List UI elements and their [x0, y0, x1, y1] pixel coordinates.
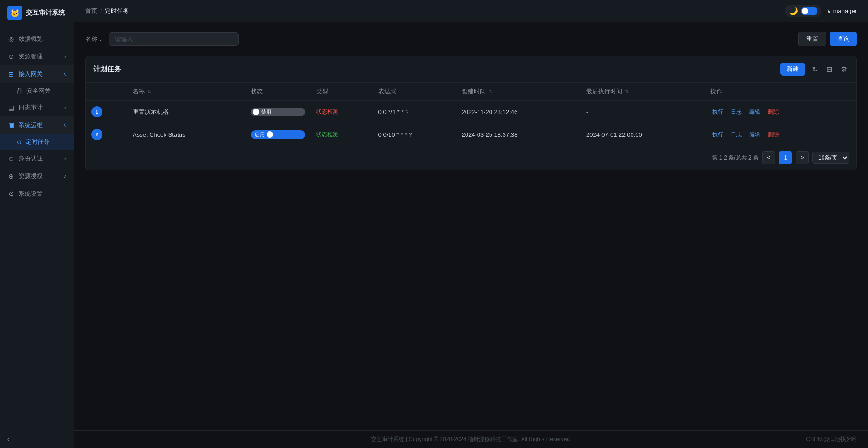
status-toggle-disabled[interactable]: 禁用	[251, 108, 305, 116]
search-label: 名称：	[85, 35, 103, 43]
row-num-cell: 1	[86, 101, 127, 123]
refresh-icon[interactable]: ↻	[810, 63, 820, 76]
pagination: 第 1-2 条/总共 2 条 < 1 > 10条/页	[86, 146, 856, 170]
sidebar-item-label: 定时任务	[26, 138, 50, 146]
chevron-down-icon: ∨	[63, 174, 66, 179]
sort-icon: ⇅	[489, 89, 492, 94]
row-name-cell: 重置演示机器	[127, 101, 245, 123]
row-expression-cell: 0 0/10 * * * ?	[373, 123, 456, 146]
resource-auth-icon: ⊕	[7, 173, 15, 180]
sidebar-item-label: 资源授权	[19, 172, 43, 180]
sidebar-item-data-overview[interactable]: ◎ 数据概览	[0, 30, 74, 48]
type-badge: 状态检测	[316, 109, 338, 115]
table-section: 计划任务 新建 ↻ ⊟ ⚙ 名称	[85, 56, 857, 170]
action-执行-button[interactable]: 执行	[710, 130, 725, 140]
status-toggle-enabled[interactable]: 启用	[251, 130, 305, 139]
th-created-at[interactable]: 创建时间 ⇅	[456, 83, 581, 101]
sort-icon: ⇅	[147, 89, 151, 94]
breadcrumb-home[interactable]: 首页	[85, 7, 97, 15]
theme-toggle[interactable]: 🌙	[785, 5, 821, 17]
sidebar-item-label: 系统运维	[19, 121, 43, 129]
action-编辑-button[interactable]: 编辑	[747, 107, 762, 117]
section-title: 计划任务	[93, 65, 121, 74]
copyright-text: 交互审计系统 | Copyright © 2020-2024 指针漂移科技工作室…	[371, 436, 572, 442]
gateway-icon: ⊟	[7, 70, 15, 78]
sidebar-item-label: 日志审计	[19, 103, 43, 112]
user-menu[interactable]: ∨ manager	[827, 7, 857, 14]
action-删除-button[interactable]: 删除	[766, 130, 781, 140]
row-name-cell: Asset Check Status	[127, 123, 245, 146]
row-num-cell: 2	[86, 123, 127, 146]
breadcrumb-separator: /	[100, 7, 102, 14]
chevron-down-icon: ∨	[827, 7, 831, 14]
search-input[interactable]	[109, 32, 239, 46]
toggle-dot	[267, 131, 273, 138]
table-actions: 新建 ↻ ⊟ ⚙	[780, 63, 849, 76]
sidebar-item-label: 数据概览	[19, 35, 43, 43]
reset-button[interactable]: 重置	[798, 32, 826, 46]
th-type: 类型	[311, 83, 373, 101]
sidebar-collapse-button[interactable]: ‹	[0, 430, 74, 448]
sidebar-item-label: 资源管理	[19, 52, 43, 61]
row-actions-cell: 执行日志编辑删除	[705, 101, 856, 123]
sidebar-item-label: 接入网关	[19, 70, 43, 78]
sidebar-item-resource-mgmt[interactable]: ⊙ 资源管理 ∨	[0, 48, 74, 65]
app-name: 交互审计系统	[26, 9, 65, 17]
action-执行-button[interactable]: 执行	[710, 107, 725, 117]
row-type-cell: 状态检测	[311, 123, 373, 146]
sidebar-item-log-audit[interactable]: ▦ 日志审计 ∨	[0, 99, 74, 116]
action-日志-button[interactable]: 日志	[729, 130, 744, 140]
table-header-row: 计划任务 新建 ↻ ⊟ ⚙	[86, 56, 856, 83]
sidebar-item-label: 安全网关	[26, 87, 51, 95]
page-size-select[interactable]: 10条/页	[812, 152, 849, 164]
row-created-at-cell: 2022-11-20 23:12:46	[456, 101, 581, 123]
query-button[interactable]: 查询	[830, 32, 857, 46]
header-right: 🌙 ∨ manager	[785, 5, 857, 17]
row-status-cell: 启用	[245, 123, 311, 146]
table-row: 2Asset Check Status启用状态检测0 0/10 * * * ?2…	[86, 123, 856, 146]
row-last-exec-cell: 2024-07-01 22:00:00	[581, 123, 705, 146]
row-actions-cell: 执行日志编辑删除	[705, 123, 856, 146]
action-删除-button[interactable]: 删除	[766, 107, 781, 117]
app-logo-icon: 🐱	[7, 6, 22, 20]
sidebar-item-resource-auth[interactable]: ⊕ 资源授权 ∨	[0, 167, 74, 185]
sidebar-item-sys-settings[interactable]: ⚙ 系统设置	[0, 185, 74, 203]
search-bar: 名称： 重置 查询	[85, 32, 857, 46]
row-number: 1	[91, 106, 102, 117]
th-num	[86, 83, 127, 101]
log-audit-icon: ▦	[7, 104, 15, 111]
sidebar-item-scheduled-task[interactable]: ⊙ 定时任务	[0, 134, 74, 150]
row-last-exec-cell: -	[581, 101, 705, 123]
chevron-down-icon: ∨	[63, 54, 66, 59]
identity-auth-icon: ☺	[7, 155, 15, 162]
chevron-up-icon: ∧	[63, 72, 66, 77]
row-created-at-cell: 2024-03-25 18:37:38	[456, 123, 581, 146]
footer: 交互审计系统 | Copyright © 2020-2024 指针漂移科技工作室…	[74, 430, 868, 448]
sidebar-item-sys-ops[interactable]: ▣ 系统运维 ∧	[0, 116, 74, 134]
collapse-icon: ‹	[7, 436, 9, 442]
logo-area: 🐱 交互审计系统	[0, 0, 74, 26]
sidebar: 🐱 交互审计系统 ◎ 数据概览 ⊙ 资源管理 ∨ ⊟ 接入网关 ∧	[0, 0, 74, 448]
resource-mgmt-icon: ⊙	[7, 53, 15, 60]
prev-page-button[interactable]: <	[762, 151, 775, 164]
th-expression: 表达式	[373, 83, 456, 101]
breadcrumb: 首页 / 定时任务	[85, 7, 129, 15]
sidebar-item-gateway[interactable]: ⊟ 接入网关 ∧	[0, 65, 74, 83]
dark-mode-switch[interactable]	[801, 7, 817, 15]
csdn-text: CSDN @满地找牙哟	[806, 435, 857, 443]
sidebar-item-identity-auth[interactable]: ☺ 身份认证 ∨	[0, 150, 74, 167]
th-name[interactable]: 名称 ⇅	[127, 83, 245, 101]
chevron-down-icon: ∨	[63, 105, 66, 110]
th-last-exec[interactable]: 最后执行时间 ⇅	[581, 83, 705, 101]
chevron-up-icon: ∧	[63, 123, 66, 128]
columns-icon[interactable]: ⊟	[824, 63, 834, 76]
action-日志-button[interactable]: 日志	[729, 107, 744, 117]
chevron-down-icon: ∨	[63, 156, 66, 161]
sidebar-item-security-gw[interactable]: 品 安全网关	[0, 83, 74, 99]
data-overview-icon: ◎	[7, 35, 15, 43]
new-button[interactable]: 新建	[780, 63, 805, 76]
page-1-button[interactable]: 1	[779, 151, 792, 164]
settings-icon[interactable]: ⚙	[839, 63, 849, 76]
next-page-button[interactable]: >	[796, 151, 809, 164]
action-编辑-button[interactable]: 编辑	[747, 130, 762, 140]
